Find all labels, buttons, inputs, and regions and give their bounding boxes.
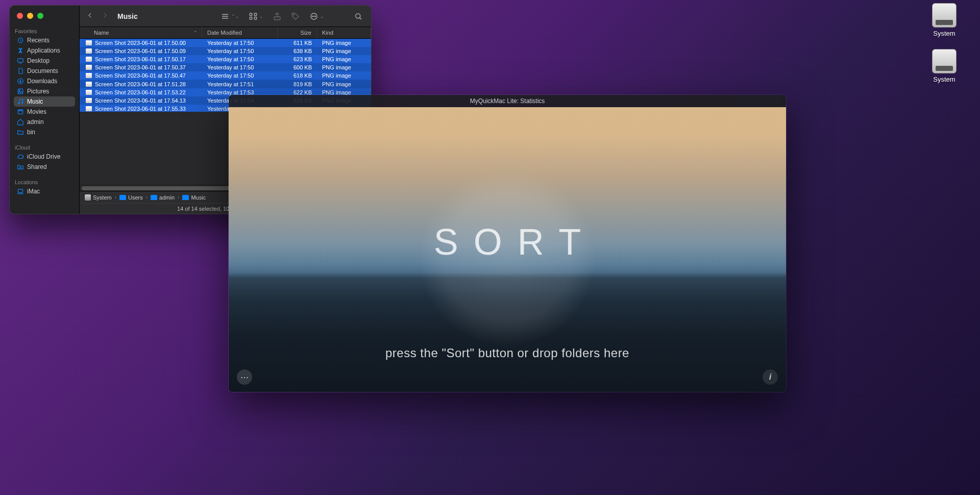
info-button[interactable]: i [763,369,778,385]
file-date: Yesterday at 17:50 [207,56,254,62]
path-segment[interactable]: admin [151,194,175,201]
desktop-drive[interactable]: System [924,3,965,37]
sidebar-item-label: iMac [27,188,40,195]
column-size[interactable]: Size [278,27,317,38]
svg-rect-1 [18,59,23,62]
ellipsis-icon: ⋯ [240,373,249,382]
view-list-button[interactable]: ⌃⌄ [218,10,241,23]
group-button[interactable]: ⌄ [247,10,265,23]
chevron-right-icon: › [146,194,148,200]
sidebar-item-desktop[interactable]: Desktop [14,56,75,66]
hdd-icon [932,3,957,28]
sidebar-item-admin[interactable]: admin [14,117,75,127]
minimize-button[interactable] [27,13,33,19]
file-size: 623 KB [293,56,312,62]
file-row[interactable]: Screen Shot 2023-06-01 at 17.50.00Yester… [80,39,371,47]
file-date: Yesterday at 17:50 [207,48,254,54]
file-name: Screen Shot 2023-06-01 at 17.51.28 [95,81,186,87]
svg-rect-23 [254,17,257,19]
sidebar-item-label: Recents [27,37,50,44]
home-icon [17,118,24,126]
action-menu-button[interactable]: ⌄ [307,10,326,23]
path-label: System [93,194,112,201]
file-row[interactable]: Screen Shot 2023-06-01 at 17.50.37Yester… [80,63,371,71]
desktop-drive[interactable]: System [924,49,965,83]
sidebar-item-recents[interactable]: Recents [14,35,75,45]
hdd-icon [932,49,957,73]
sidebar-item-downloads[interactable]: Downloads [14,76,75,86]
image-file-icon [86,90,92,95]
file-kind: PNG image [322,40,351,46]
image-file-icon [86,48,92,54]
column-kind[interactable]: Kind [317,27,371,38]
sidebar-item-imac[interactable]: iMac [14,186,75,196]
svg-point-29 [315,16,315,16]
tag-button[interactable] [289,10,302,23]
music-icon [17,98,24,105]
file-row[interactable]: Screen Shot 2023-06-01 at 17.50.47Yester… [80,71,371,80]
path-label: Music [191,194,206,201]
file-kind: PNG image [322,81,351,87]
image-file-icon [86,98,92,103]
sidebar-item-label: Movies [27,108,46,115]
cloud-icon [17,153,24,160]
sidebar-item-shared[interactable]: Shared [14,162,75,172]
svg-rect-20 [250,13,252,16]
folder-icon [17,129,24,136]
hdd-icon [85,194,91,201]
file-row[interactable]: Screen Shot 2023-06-01 at 17.50.09Yester… [80,47,371,55]
close-button[interactable] [17,13,23,19]
file-date: Yesterday at 17:50 [207,64,254,70]
sidebar-item-documents[interactable]: Documents [14,66,75,76]
apps-icon [17,47,24,54]
sidebar-section-header: iCloud [14,142,75,152]
sidebar-section-header: Locations [14,177,75,186]
column-name[interactable]: Name ⌃ [80,27,202,38]
sidebar-item-music[interactable]: Music [14,96,75,107]
clock-icon [17,37,24,44]
picture-icon [17,88,24,95]
file-row[interactable]: Screen Shot 2023-06-01 at 17.50.17Yester… [80,55,371,63]
path-segment[interactable]: Users [119,194,143,201]
file-kind: PNG image [322,48,351,54]
nav-back-button[interactable] [86,11,94,21]
sidebar-item-movies[interactable]: Movies [14,107,75,117]
file-name: Screen Shot 2023-06-01 at 17.54.13 [95,97,186,104]
mqm-body[interactable]: SORT press the "Sort" button or drop fol… [229,107,786,392]
nav-forward-button[interactable] [101,11,109,21]
sort-button[interactable]: SORT [419,221,597,263]
file-kind: PNG image [322,56,351,62]
drive-label: System [933,30,955,37]
sidebar-item-label: iCloud Drive [27,153,60,160]
zoom-button[interactable] [37,13,43,19]
share-button[interactable] [271,10,284,23]
mqm-hint: press the "Sort" button or drop folders … [229,346,786,360]
file-size: 638 KB [293,48,312,54]
path-label: admin [159,194,175,201]
sidebar-item-label: Pictures [27,88,49,95]
window-title: Music [117,12,138,20]
svg-line-31 [360,17,361,19]
sidebar-item-pictures[interactable]: Pictures [14,86,75,96]
sidebar-item-label: bin [27,129,35,136]
path-segment[interactable]: System [85,194,112,201]
finder-toolbar: Music ⌃⌄ ⌄ ⌄ [80,6,371,27]
sidebar-item-bin[interactable]: bin [14,127,75,137]
sidebar-item-label: admin [27,118,44,126]
folder-icon [151,195,157,200]
path-segment[interactable]: Music [182,194,206,201]
file-size: 819 KB [293,81,312,87]
file-size: 600 KB [293,64,312,70]
column-name-label: Name [94,30,109,36]
more-button[interactable]: ⋯ [237,369,252,385]
svg-point-7 [18,103,19,104]
column-date[interactable]: Date Modified [202,27,278,38]
image-file-icon [86,106,92,111]
sidebar-item-icloud-drive[interactable]: iCloud Drive [14,152,75,162]
search-button[interactable] [352,10,365,23]
file-name: Screen Shot 2023-06-01 at 17.50.09 [95,48,186,54]
desktop-icon [17,57,24,64]
sidebar-item-applications[interactable]: Applications [14,45,75,56]
file-row[interactable]: Screen Shot 2023-06-01 at 17.51.28Yester… [80,80,371,88]
svg-rect-22 [250,17,252,19]
